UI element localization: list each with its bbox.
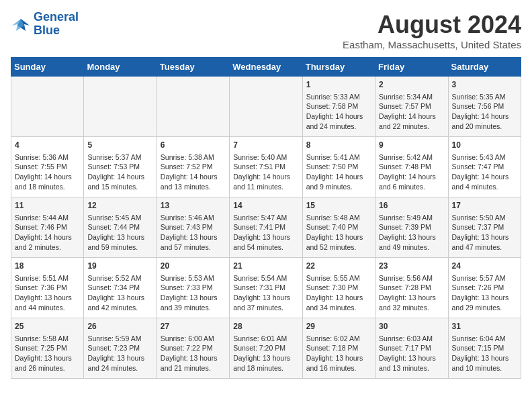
day-info: Daylight: 13 hours and 16 minutes.	[306, 353, 371, 373]
calendar-week-1: 1Sunrise: 5:33 AMSunset: 7:58 PMDaylight…	[11, 77, 521, 137]
logo: General Blue	[11, 11, 79, 38]
day-info: Sunrise: 5:59 AM	[87, 334, 152, 344]
calendar-cell: 2Sunrise: 5:34 AMSunset: 7:57 PMDaylight…	[375, 77, 448, 137]
calendar-cell: 12Sunrise: 5:45 AMSunset: 7:44 PMDayligh…	[84, 197, 157, 258]
calendar-cell: 23Sunrise: 5:56 AMSunset: 7:28 PMDayligh…	[375, 258, 448, 318]
day-info: Sunrise: 5:58 AM	[15, 334, 80, 344]
day-info: Sunset: 7:53 PM	[87, 162, 152, 172]
calendar-cell: 16Sunrise: 5:49 AMSunset: 7:39 PMDayligh…	[375, 197, 448, 258]
calendar-cell: 10Sunrise: 5:43 AMSunset: 7:47 PMDayligh…	[448, 137, 521, 197]
day-info: Sunrise: 6:00 AM	[161, 334, 226, 344]
day-info: Sunset: 7:43 PM	[161, 222, 226, 232]
calendar-cell: 5Sunrise: 5:37 AMSunset: 7:53 PMDaylight…	[84, 137, 157, 197]
day-info: Sunset: 7:58 PM	[306, 101, 371, 111]
day-info: Sunrise: 5:48 AM	[306, 213, 371, 223]
calendar-week-5: 25Sunrise: 5:58 AMSunset: 7:25 PMDayligh…	[11, 318, 521, 379]
day-info: Sunrise: 5:36 AM	[15, 152, 80, 163]
day-number: 31	[452, 321, 517, 332]
header-wednesday: Wednesday	[230, 58, 302, 77]
day-info: Daylight: 13 hours and 59 minutes.	[87, 232, 152, 252]
day-info: Daylight: 13 hours and 47 minutes.	[452, 232, 517, 252]
day-info: Daylight: 14 hours and 4 minutes.	[452, 172, 517, 191]
day-info: Sunrise: 5:52 AM	[87, 273, 152, 283]
day-info: Daylight: 13 hours and 34 minutes.	[306, 293, 371, 312]
day-info: Sunset: 7:28 PM	[379, 283, 444, 293]
day-number: 11	[15, 200, 80, 212]
header-sunday: Sunday	[11, 58, 84, 77]
day-number: 9	[379, 140, 444, 151]
day-info: Sunset: 7:39 PM	[379, 222, 444, 232]
day-info: Sunrise: 6:03 AM	[379, 334, 444, 344]
calendar-cell: 9Sunrise: 5:42 AMSunset: 7:48 PMDaylight…	[375, 137, 448, 197]
day-info: Sunset: 7:52 PM	[161, 162, 226, 172]
calendar-cell: 22Sunrise: 5:55 AMSunset: 7:30 PMDayligh…	[302, 258, 375, 318]
day-info: Daylight: 13 hours and 13 minutes.	[379, 353, 444, 373]
day-info: Sunrise: 5:57 AM	[452, 273, 517, 283]
day-info: Sunrise: 5:46 AM	[161, 213, 226, 223]
calendar-table: SundayMondayTuesdayWednesdayThursdayFrid…	[11, 57, 521, 379]
day-info: Daylight: 14 hours and 24 minutes.	[306, 111, 371, 131]
calendar-cell: 7Sunrise: 5:40 AMSunset: 7:51 PMDaylight…	[230, 137, 302, 197]
day-info: Sunrise: 5:34 AM	[379, 92, 444, 102]
calendar-cell: 17Sunrise: 5:50 AMSunset: 7:37 PMDayligh…	[448, 197, 521, 258]
day-info: Sunset: 7:51 PM	[233, 162, 298, 172]
calendar-cell: 20Sunrise: 5:53 AMSunset: 7:33 PMDayligh…	[157, 258, 229, 318]
day-info: Daylight: 13 hours and 26 minutes.	[15, 353, 80, 373]
calendar-cell: 4Sunrise: 5:36 AMSunset: 7:55 PMDaylight…	[11, 137, 84, 197]
day-number: 7	[233, 140, 298, 151]
day-number: 17	[452, 200, 517, 212]
header-thursday: Thursday	[302, 58, 375, 77]
day-info: Daylight: 13 hours and 49 minutes.	[379, 232, 444, 252]
day-info: Sunrise: 5:41 AM	[306, 152, 371, 163]
calendar-cell: 19Sunrise: 5:52 AMSunset: 7:34 PMDayligh…	[84, 258, 157, 318]
day-info: Daylight: 14 hours and 6 minutes.	[379, 172, 444, 191]
calendar-cell	[84, 77, 157, 137]
day-info: Sunrise: 5:55 AM	[306, 273, 371, 283]
day-number: 24	[452, 261, 517, 272]
day-info: Daylight: 13 hours and 37 minutes.	[233, 293, 298, 312]
day-info: Daylight: 13 hours and 39 minutes.	[161, 293, 226, 312]
calendar-cell: 25Sunrise: 5:58 AMSunset: 7:25 PMDayligh…	[11, 318, 84, 379]
day-info: Daylight: 14 hours and 22 minutes.	[379, 111, 444, 131]
logo-line2: Blue	[34, 24, 79, 38]
calendar-cell: 21Sunrise: 5:54 AMSunset: 7:31 PMDayligh…	[230, 258, 302, 318]
calendar-cell: 13Sunrise: 5:46 AMSunset: 7:43 PMDayligh…	[157, 197, 229, 258]
calendar-cell: 11Sunrise: 5:44 AMSunset: 7:46 PMDayligh…	[11, 197, 84, 258]
day-info: Sunrise: 6:01 AM	[233, 334, 298, 344]
day-info: Sunrise: 5:43 AM	[452, 152, 517, 163]
day-number: 3	[452, 79, 517, 91]
day-info: Daylight: 13 hours and 24 minutes.	[87, 353, 152, 373]
day-info: Sunset: 7:15 PM	[452, 343, 517, 353]
day-number: 21	[233, 261, 298, 272]
day-info: Daylight: 13 hours and 32 minutes.	[379, 293, 444, 312]
day-number: 22	[306, 261, 371, 272]
day-number: 13	[161, 200, 226, 212]
logo-icon	[11, 16, 31, 32]
day-info: Sunset: 7:36 PM	[15, 283, 80, 293]
calendar-cell: 8Sunrise: 5:41 AMSunset: 7:50 PMDaylight…	[302, 137, 375, 197]
day-info: Sunset: 7:41 PM	[233, 222, 298, 232]
day-info: Daylight: 14 hours and 15 minutes.	[87, 172, 152, 191]
main-title: August 2024	[343, 11, 521, 39]
day-info: Sunrise: 5:35 AM	[452, 92, 517, 102]
day-info: Sunset: 7:55 PM	[15, 162, 80, 172]
day-info: Daylight: 13 hours and 54 minutes.	[233, 232, 298, 252]
calendar-cell: 14Sunrise: 5:47 AMSunset: 7:41 PMDayligh…	[230, 197, 302, 258]
day-info: Sunset: 7:17 PM	[379, 343, 444, 353]
calendar-cell: 31Sunrise: 6:04 AMSunset: 7:15 PMDayligh…	[448, 318, 521, 379]
day-info: Daylight: 13 hours and 57 minutes.	[161, 232, 226, 252]
day-number: 25	[15, 321, 80, 332]
header-friday: Friday	[375, 58, 448, 77]
day-info: Sunset: 7:25 PM	[15, 343, 80, 353]
day-number: 10	[452, 140, 517, 151]
day-number: 20	[161, 261, 226, 272]
calendar-cell: 15Sunrise: 5:48 AMSunset: 7:40 PMDayligh…	[302, 197, 375, 258]
day-number: 15	[306, 200, 371, 212]
day-number: 30	[379, 321, 444, 332]
calendar-cell: 28Sunrise: 6:01 AMSunset: 7:20 PMDayligh…	[230, 318, 302, 379]
title-area: August 2024 Eastham, Massachusetts, Unit…	[343, 11, 521, 50]
day-info: Daylight: 13 hours and 42 minutes.	[87, 293, 152, 312]
day-info: Sunrise: 5:42 AM	[379, 152, 444, 163]
day-info: Sunset: 7:44 PM	[87, 222, 152, 232]
calendar-cell	[230, 77, 302, 137]
